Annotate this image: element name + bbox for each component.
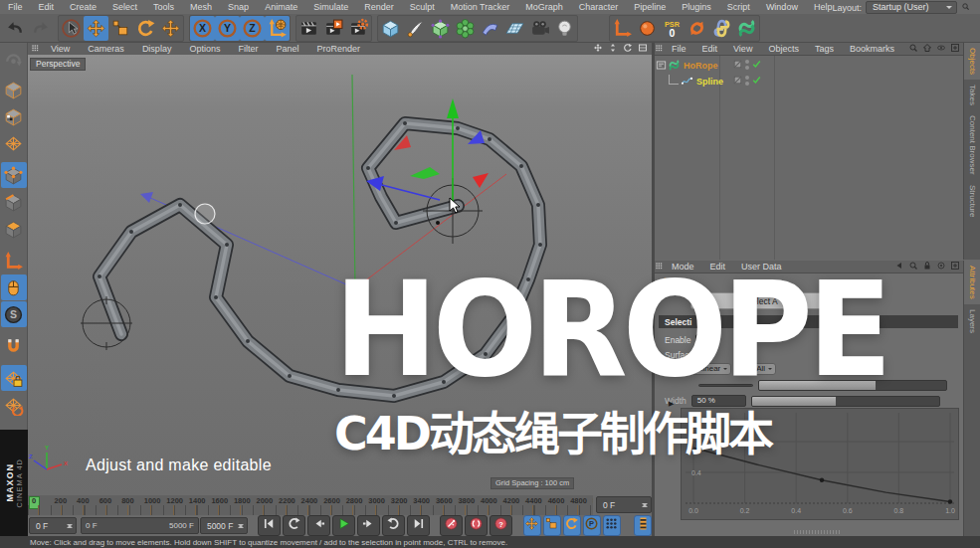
object-row-spline[interactable]: Spline — [655, 74, 723, 89]
coord-system-button[interactable] — [265, 16, 290, 41]
key-scale-toggle[interactable] — [543, 515, 561, 536]
object-menu-edit[interactable]: Edit — [694, 44, 726, 54]
script-refresh-button[interactable] — [685, 16, 709, 41]
object-menu-objects[interactable]: Objects — [760, 44, 807, 54]
menu-simulate[interactable]: Simulate — [305, 2, 356, 12]
layer-tag-icon[interactable] — [732, 75, 743, 86]
python-script-button[interactable] — [709, 16, 734, 41]
render-view-button[interactable] — [296, 16, 321, 41]
tab-layers[interactable]: Layers — [965, 304, 980, 338]
snap-button[interactable]: S — [1, 301, 27, 327]
play-button[interactable] — [332, 515, 355, 536]
menu-snap[interactable]: Snap — [220, 2, 257, 12]
goto-start-button[interactable] — [258, 515, 281, 536]
history-back-icon[interactable] — [894, 261, 904, 273]
search-icon[interactable] — [961, 2, 970, 13]
zoom-view-icon[interactable] — [608, 43, 618, 55]
workplane-mode-button[interactable] — [1, 130, 27, 156]
new-panel-icon[interactable] — [950, 43, 960, 55]
viewport-menu-filter[interactable]: Filter — [229, 44, 267, 54]
mograph-button[interactable] — [453, 16, 478, 41]
redo-button[interactable] — [28, 16, 53, 41]
add-floor-button[interactable] — [502, 16, 527, 41]
menu-select[interactable]: Select — [104, 2, 145, 12]
tab-takes[interactable]: Takes — [965, 80, 980, 110]
search-icon[interactable] — [908, 261, 918, 273]
panel-resize-handle[interactable] — [794, 530, 840, 534]
edges-mode-button[interactable] — [1, 189, 27, 215]
new-panel-icon[interactable] — [950, 261, 960, 273]
undo-button[interactable] — [3, 16, 28, 41]
tab-objects[interactable]: Objects — [964, 43, 980, 80]
timeline-ruler[interactable]: 0200400600800100012001400160018002000220… — [28, 495, 593, 516]
menu-character[interactable]: Character — [571, 2, 627, 12]
menu-file[interactable]: File — [0, 2, 31, 12]
enabled-check-icon[interactable] — [751, 75, 762, 86]
previous-key-button[interactable] — [283, 515, 305, 536]
object-menu-file[interactable]: File — [664, 44, 694, 54]
points-mode-button[interactable] — [1, 162, 27, 188]
tab-content-browser[interactable]: Content Browser — [965, 110, 980, 180]
tweak-mode-button[interactable] — [1, 274, 27, 300]
horope-script-button[interactable] — [734, 16, 759, 41]
viewport-menu-display[interactable]: Display — [133, 44, 181, 54]
layout-dropdown[interactable]: Startup (User) — [866, 1, 957, 14]
scale-tool-button[interactable] — [108, 16, 133, 41]
model-mode-button[interactable] — [1, 77, 27, 102]
magnet-button[interactable] — [1, 333, 27, 359]
texture-mode-button[interactable] — [1, 103, 27, 129]
menu-plugins[interactable]: Plugins — [674, 2, 719, 12]
ruler-frame-field[interactable]: 0 F — [596, 496, 652, 513]
menu-create[interactable]: Create — [62, 2, 104, 12]
key-rotation-toggle[interactable] — [563, 515, 581, 536]
object-menu-tags[interactable]: Tags — [807, 44, 842, 54]
target-icon[interactable] — [936, 261, 946, 273]
key-parameter-toggle[interactable]: P — [583, 515, 601, 536]
menu-render[interactable]: Render — [356, 2, 402, 12]
menu-window[interactable]: Window — [758, 2, 806, 12]
object-menu-bookmarks[interactable]: Bookmarks — [842, 44, 902, 54]
add-light-button[interactable] — [552, 16, 577, 41]
panel-menu-icon[interactable] — [655, 44, 664, 55]
script-sphere-button[interactable] — [635, 16, 660, 41]
add-camera-button[interactable] — [527, 16, 552, 41]
lock-z-button[interactable]: Z — [240, 16, 265, 41]
object-row-horope[interactable]: HoRope — [655, 58, 718, 73]
previous-frame-button[interactable] — [307, 515, 330, 536]
rotate-tool-button[interactable] — [133, 16, 158, 41]
keyframe-selection-button[interactable] — [634, 515, 652, 536]
autokey-button[interactable] — [465, 515, 488, 536]
viewport-menu-panel[interactable]: Panel — [267, 44, 307, 54]
move-tool-button[interactable] — [84, 16, 108, 41]
goto-end-button[interactable] — [407, 515, 430, 536]
next-key-button[interactable] — [382, 515, 405, 536]
render-menu-button[interactable] — [346, 16, 371, 41]
menu-script[interactable]: Script — [719, 2, 758, 12]
search-icon[interactable] — [908, 43, 918, 55]
eye-icon[interactable] — [936, 43, 946, 55]
workplane-transform-button[interactable] — [1, 392, 27, 418]
menu-mesh[interactable]: Mesh — [182, 2, 220, 12]
home-icon[interactable] — [922, 43, 932, 55]
menu-sculpt[interactable]: Sculpt — [402, 2, 443, 12]
record-keyframe-button[interactable] — [440, 515, 463, 536]
object-name[interactable]: HoRope — [684, 61, 718, 71]
script-axis-button[interactable] — [610, 16, 635, 41]
expand-icon[interactable] — [655, 59, 668, 72]
add-deformer-button[interactable] — [478, 16, 502, 41]
frame-range-slider[interactable]: 0 F 5000 F — [81, 517, 199, 534]
record-options-button[interactable]: ? — [490, 515, 512, 536]
toggle-view-icon[interactable] — [638, 43, 648, 55]
pen-spline-button[interactable] — [403, 16, 428, 41]
render-settings-button[interactable] — [321, 16, 346, 41]
lock-x-button[interactable]: X — [190, 16, 215, 41]
menu-tools[interactable]: Tools — [145, 2, 182, 12]
menu-animate[interactable]: Animate — [257, 2, 305, 12]
tab-structure[interactable]: Structure — [965, 180, 980, 222]
lock-icon[interactable] — [922, 261, 932, 273]
make-editable-button[interactable] — [1, 45, 27, 71]
lock-y-button[interactable]: Y — [215, 16, 240, 41]
menu-mograph[interactable]: MoGraph — [517, 2, 571, 12]
panel-menu-icon[interactable] — [31, 44, 40, 55]
key-pla-toggle[interactable] — [603, 515, 621, 536]
